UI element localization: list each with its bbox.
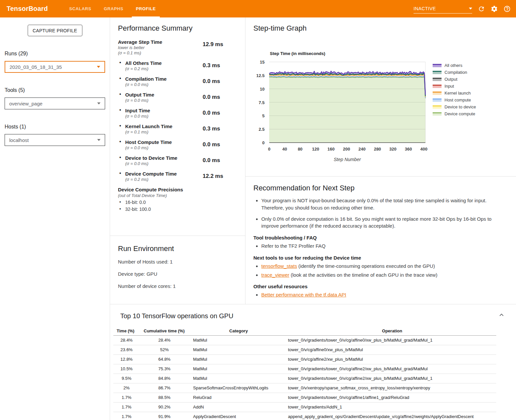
legend-swatch — [433, 78, 442, 81]
perf-metric-label-block: Kernel Launch Time(σ = 0.1 ms) — [118, 124, 203, 134]
precision-16bit: 16-bit: 0.0 — [118, 200, 237, 205]
runs-group: Runs (29) 2020_03_05_18_31_35 — [0, 51, 110, 73]
x-tick-label: 400 — [420, 147, 427, 152]
legend-label: Input — [444, 84, 454, 89]
x-tick-label: 280 — [374, 147, 381, 152]
perf-metric-label-block: Host Compute Time(σ = 0.0 ms) — [118, 139, 203, 150]
metric-sigma: (σ = 0.0 ms) — [125, 82, 203, 87]
perf-metric-all-others-time: All Others Time(σ = 0.2 ms)0.3 ms — [118, 60, 237, 71]
metric-value: 0.0 ms — [203, 157, 237, 166]
chevron-down-icon — [97, 139, 100, 141]
status-select[interactable]: INACTIVE — [414, 4, 472, 14]
perf-metric-label-block: Output Time(σ = 0.0 ms) — [118, 92, 203, 103]
help-icon[interactable] — [503, 5, 511, 13]
perf-metric-label-block: Device Compute Time(σ = 0.2 ms) — [118, 171, 203, 182]
op-time: 12.8% — [113, 354, 140, 364]
app-logo: TensorBoard — [7, 5, 56, 13]
table-row: 28.4%28.4%MatMultower_0/v/gradients/towe… — [113, 335, 496, 345]
step-time-graph-section: Step-time Graph Step Time (in millisecon… — [245, 17, 516, 177]
op-time: 23.6% — [113, 345, 140, 354]
perf-metric-compilation-time: Compilation Time(σ = 0.0 ms)0.0 ms — [118, 76, 237, 87]
metric-value: 0.0 ms — [203, 94, 237, 103]
device-type-line: Device type: GPU — [118, 271, 237, 277]
legend-swatch — [433, 92, 442, 95]
link-trace-viewer[interactable]: trace_viewer — [261, 272, 289, 278]
op-cumulative: 84.8% — [140, 374, 189, 383]
tab-profile[interactable]: PROFILE — [132, 0, 160, 17]
y-tick-label: 5 — [262, 113, 265, 118]
x-tick-label: 40 — [282, 147, 287, 152]
metric-value: 0.3 ms — [203, 126, 237, 134]
perf-metric-input-time: Input Time(σ = 0.0 ms)0.0 ms — [118, 108, 237, 119]
op-category: ReluGrad — [189, 393, 288, 402]
table-row: 10.5%75.3%MatMultower_0/v/gradients/towe… — [113, 364, 496, 374]
precisions-note: (out of Total Device Time) — [118, 193, 237, 198]
op-time: 1.7% — [113, 402, 140, 412]
top-ops-title: Top 10 TensorFlow operations on GPU — [120, 312, 506, 320]
link-tensorflow-stats[interactable]: tensorflow_stats — [261, 263, 297, 269]
legend-item-input: Input — [433, 83, 476, 90]
perf-metric-label-block: Device to Device Time(σ = 0.0 ms) — [118, 155, 203, 166]
capture-profile-button[interactable]: CAPTURE PROFILE — [28, 25, 82, 36]
legend-label: Device to device — [444, 104, 476, 109]
tools-select-value: overview_page — [9, 101, 43, 106]
legend-swatch — [433, 112, 442, 116]
metric-sigma: (σ = 0.0 ms) — [125, 145, 203, 150]
metric-note: lower is better — [118, 45, 203, 50]
tools-label: Tools (5) — [5, 87, 105, 93]
performance-summary-section: Performance Summary Average Step Timelow… — [110, 17, 245, 236]
col-header-operation: Operation — [288, 326, 496, 335]
perf-metric-device-compute-time: Device Compute Time(σ = 0.2 ms)12.2 ms — [118, 171, 237, 182]
metric-label: Average Step Time — [118, 39, 203, 45]
metric-sigma: (σ = 0.1 ms) — [118, 50, 203, 55]
table-row: 1.7%88.5%ReluGradtower_0/v/gradients/tow… — [113, 393, 496, 402]
rec-section-item: Refer to the TF2 Profiler FAQ — [261, 242, 508, 250]
precision-32bit: 32-bit: 100.0 — [118, 207, 237, 212]
metric-value: 12.2 ms — [203, 173, 237, 182]
reload-icon[interactable] — [478, 5, 485, 13]
op-operation: tower_0/v/gradients/AddN_1 — [288, 402, 496, 412]
y-tick-label: 15 — [260, 60, 265, 65]
top-ops-section: Top 10 TensorFlow operations on GPU Time… — [110, 304, 516, 420]
app-header: TensorBoard SCALARS GRAPHS PROFILE INACT… — [0, 0, 516, 17]
tab-scalars[interactable]: SCALARS — [65, 0, 95, 17]
x-tick-label: 320 — [389, 147, 397, 152]
legend-label: Device compute — [444, 111, 475, 116]
nav-tabs: SCALARS GRAPHS PROFILE — [65, 0, 164, 17]
metric-label: Kernel Launch Time — [125, 124, 203, 129]
rec-item-text: (identify the time-consuming operations … — [297, 263, 435, 269]
run-environment-title: Run Environment — [118, 244, 237, 253]
legend-label: Compilation — [444, 70, 467, 75]
runs-select[interactable]: 2020_03_05_18_31_35 — [5, 61, 105, 73]
chevron-down-icon — [97, 102, 100, 104]
y-tick-label: 10 — [260, 87, 265, 92]
recommendation-bullet: Only 0.0% of device computation is 16 bi… — [261, 215, 508, 230]
perf-metric-output-time: Output Time(σ = 0.0 ms)0.0 ms — [118, 92, 237, 103]
op-operation: tower_0/v/gradients/tower_0/v/cg/affine2… — [288, 364, 496, 374]
rec-section-heading-next-tools-to-use-for-reducing-the-device-time: Next tools to use for reducing the Devic… — [253, 255, 508, 261]
settings-gear-icon[interactable] — [491, 5, 498, 13]
hosts-select[interactable]: localhost — [5, 134, 105, 146]
x-tick-label: 120 — [312, 147, 319, 152]
hosts-label: Hosts (1) — [5, 124, 105, 130]
link-better-performance-with-the-tf-data-api[interactable]: Better performance with the tf.data API — [261, 292, 346, 297]
op-category: MatMul — [189, 354, 288, 364]
table-row: 9.5%84.8%MatMultower_0/v/gradients/tower… — [113, 374, 496, 383]
legend-item-compilation: Compilation — [433, 69, 476, 76]
table-row: 23.6%52%MatMultower_0/v/cg/affine0/xw_pl… — [113, 345, 496, 354]
chart-title: Step Time (in milliseconds) — [270, 51, 508, 56]
tab-graphs[interactable]: GRAPHS — [100, 0, 127, 17]
legend-label: All others — [444, 63, 462, 68]
col-header-time: Time (%) — [113, 326, 140, 335]
op-time: 10.5% — [113, 364, 140, 374]
op-operation: tower_0/v/gradients/tower_0/v/cg/affine2… — [288, 374, 496, 383]
tools-select[interactable]: overview_page — [5, 98, 105, 109]
metric-label: Device Compute Time — [125, 171, 203, 177]
recommendation-title: Recommendation for Next Step — [253, 184, 508, 192]
perf-metric-kernel-launch-time: Kernel Launch Time(σ = 0.1 ms)0.3 ms — [118, 124, 237, 134]
legend-swatch — [433, 85, 442, 88]
collapse-chevron-up-icon[interactable] — [498, 311, 505, 319]
op-cumulative: 28.4% — [140, 335, 189, 345]
metric-label: All Others Time — [125, 60, 203, 66]
metric-sigma: (σ = 0.1 ms) — [125, 129, 203, 134]
